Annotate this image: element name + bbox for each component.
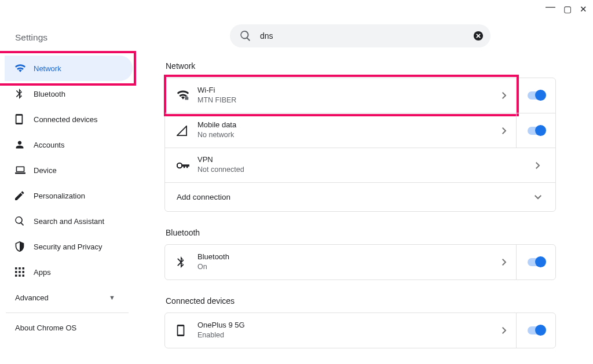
search-icon [15, 216, 34, 226]
bluetooth-icon [177, 256, 197, 268]
network-card: Wi-Fi MTN FIBER Mobile data No network [164, 78, 556, 212]
sidebar-item-label: Personalization [34, 192, 85, 200]
sidebar-advanced[interactable]: Advanced ▼ [5, 285, 133, 310]
sidebar-item-network[interactable]: Network [5, 56, 133, 81]
row-subtitle: On [197, 262, 497, 273]
connected-toggle[interactable] [528, 326, 545, 334]
device-icon [15, 114, 34, 124]
person-icon [15, 140, 34, 149]
sidebar-item-apps[interactable]: Apps [5, 259, 133, 285]
window-controls: — ▢ ✕ [546, 3, 587, 15]
row-wifi[interactable]: Wi-Fi MTN FIBER [165, 78, 555, 113]
row-add-connection[interactable]: Add connection [165, 182, 555, 211]
sidebar: Settings Network Bluetooth Connected dev… [0, 20, 137, 364]
svg-rect-1 [185, 97, 188, 100]
sidebar-item-label: Network [34, 64, 61, 73]
sidebar-item-label: Device [34, 166, 57, 175]
section-title-network: Network [166, 61, 556, 71]
phone-icon [177, 325, 197, 336]
shield-icon [15, 241, 34, 252]
clear-search-button[interactable] [472, 30, 485, 42]
bluetooth-toggle[interactable] [528, 258, 545, 266]
sidebar-about[interactable]: About Chrome OS [5, 315, 137, 332]
wifi-secure-icon [177, 90, 197, 101]
search-icon [240, 31, 254, 41]
row-title: VPN [197, 155, 531, 165]
sidebar-item-security-privacy[interactable]: Security and Privacy [5, 234, 133, 259]
sidebar-item-label: Apps [34, 268, 51, 277]
laptop-icon [15, 166, 34, 174]
sidebar-item-label: Accounts [34, 141, 64, 149]
chevron-right-icon [497, 327, 511, 334]
pencil-icon [15, 191, 34, 200]
row-subtitle: Not connected [197, 165, 531, 175]
chevron-down-icon [531, 195, 545, 200]
mobile-toggle[interactable] [528, 127, 545, 135]
row-title: Mobile data [197, 120, 497, 130]
svg-point-2 [177, 163, 182, 167]
row-subtitle: MTN FIBER [197, 95, 497, 106]
bluetooth-icon [15, 89, 34, 99]
add-connection-label: Add connection [177, 192, 531, 203]
about-label: About Chrome OS [15, 323, 76, 332]
connected-card: OnePlus 9 5G Enabled [164, 312, 556, 348]
chevron-right-icon [497, 92, 511, 99]
sidebar-item-bluetooth[interactable]: Bluetooth [5, 81, 133, 106]
sidebar-item-device[interactable]: Device [5, 157, 133, 183]
sidebar-item-label: Search and Assistant [34, 217, 104, 226]
row-title: OnePlus 9 5G [197, 321, 497, 330]
maximize-button[interactable]: ▢ [563, 4, 572, 14]
row-title: Bluetooth [197, 252, 497, 262]
vpn-key-icon [177, 162, 197, 169]
apps-icon [15, 267, 34, 277]
section-title-bluetooth: Bluetooth [166, 228, 556, 237]
mobile-signal-icon [177, 126, 197, 136]
row-subtitle: No network [197, 130, 497, 141]
row-connected-phone[interactable]: OnePlus 9 5G Enabled [165, 313, 555, 348]
close-button[interactable]: ✕ [580, 4, 587, 14]
sidebar-item-label: Security and Privacy [34, 242, 103, 251]
advanced-label: Advanced [15, 293, 49, 302]
chevron-right-icon [497, 259, 511, 266]
divider [6, 312, 129, 313]
row-bluetooth[interactable]: Bluetooth On [165, 245, 555, 280]
chevron-right-icon [531, 162, 545, 169]
wifi-icon [15, 64, 34, 72]
row-vpn[interactable]: VPN Not connected [165, 148, 555, 182]
chevron-down-icon: ▼ [109, 294, 115, 301]
sidebar-item-search-assistant[interactable]: Search and Assistant [5, 208, 133, 234]
main-content: Network Wi-Fi MTN FIBER [137, 20, 593, 364]
sidebar-item-connected-devices[interactable]: Connected devices [5, 106, 133, 132]
minimize-button[interactable]: — [546, 1, 555, 13]
search-input[interactable] [254, 31, 472, 41]
search-bar[interactable] [230, 24, 490, 47]
sidebar-item-label: Bluetooth [34, 90, 65, 98]
section-title-connected: Connected devices [166, 296, 556, 306]
bluetooth-card: Bluetooth On [164, 244, 556, 280]
chevron-right-icon [497, 127, 511, 134]
wifi-toggle[interactable] [528, 91, 545, 100]
sidebar-item-label: Connected devices [34, 115, 98, 124]
row-subtitle: Enabled [197, 330, 497, 341]
sidebar-item-personalization[interactable]: Personalization [5, 183, 133, 208]
row-mobile-data[interactable]: Mobile data No network [165, 113, 555, 148]
row-title: Wi-Fi [197, 86, 497, 95]
sidebar-item-accounts[interactable]: Accounts [5, 132, 133, 157]
